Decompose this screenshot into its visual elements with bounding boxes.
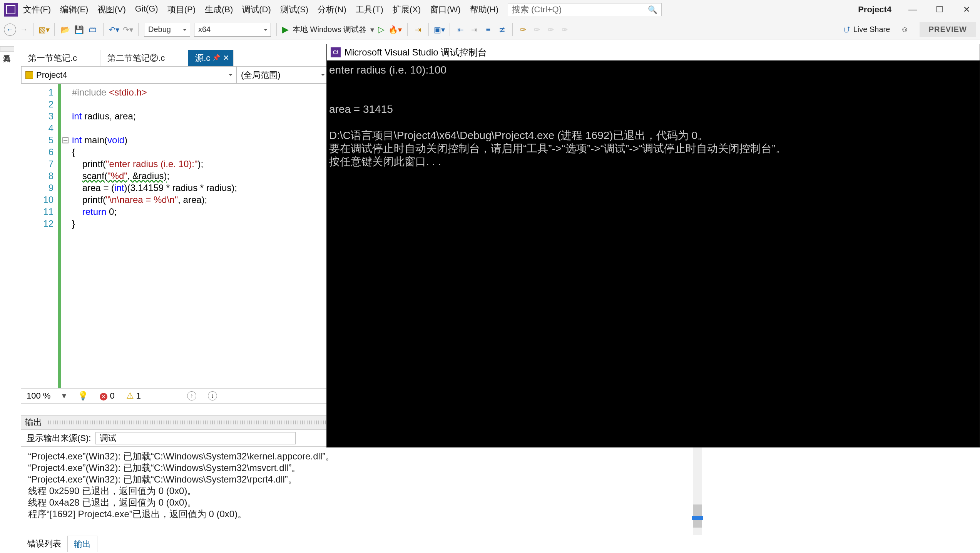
nav-back-button[interactable]: ← [4, 23, 16, 36]
zoom-level[interactable]: 100 % [27, 391, 50, 401]
change-bar [58, 84, 61, 388]
menu-analyze[interactable]: 分析(N) [318, 4, 346, 15]
line-gutter: 123456789101112 [21, 84, 58, 388]
new-item-icon[interactable]: ▧▾ [39, 25, 49, 35]
search-icon: 🔍 [648, 5, 657, 14]
minimize-button[interactable]: — [907, 5, 918, 15]
uncomment-icon[interactable]: ≢ [497, 25, 507, 35]
debugger-label[interactable]: 本地 Windows 调试器 [293, 24, 366, 35]
platform-combo[interactable]: x64 [194, 23, 271, 37]
console-icon: C\ [331, 47, 341, 57]
project-name: Project4 [858, 5, 891, 15]
bookmark-icon[interactable]: ✑ [518, 25, 528, 35]
bookmark2-icon[interactable]: ✑ [532, 25, 542, 35]
search-box[interactable]: 搜索 (Ctrl+Q) 🔍 [508, 3, 662, 16]
search-placeholder: 搜索 (Ctrl+Q) [512, 4, 562, 15]
prev-issue-icon[interactable]: ↑ [187, 391, 196, 401]
menu-tools[interactable]: 工具(T) [356, 4, 383, 15]
menu-test[interactable]: 测试(S) [280, 4, 308, 15]
save-all-icon[interactable]: 🗃 [88, 25, 98, 35]
tab-note2[interactable]: 第二节笔记②.c [100, 50, 188, 66]
menu-build[interactable]: 生成(B) [205, 4, 233, 15]
scroll-marker [692, 516, 703, 520]
main-toolbar: ← → ▧▾ 📂 💾 🗃 ↶▾ ↷▾ Debug x64 ▶ 本地 Window… [0, 19, 980, 40]
start-debug-icon[interactable]: ▶ [282, 25, 289, 35]
outdent-icon[interactable]: ⇥ [469, 25, 479, 35]
code-text[interactable]: #include <stdio.h> int radius, area; int… [70, 84, 237, 388]
output-source-label: 显示输出来源(S): [27, 432, 91, 444]
tab-source[interactable]: 源.c 📌 ✕ [188, 50, 234, 66]
pin-icon[interactable]: 📌 [212, 54, 220, 61]
bookmark4-icon[interactable]: ✑ [560, 25, 570, 35]
layout-icon[interactable]: ▣▾ [434, 25, 444, 35]
menu-project[interactable]: 项目(P) [167, 4, 196, 15]
bookmark3-icon[interactable]: ✑ [546, 25, 556, 35]
menu-extensions[interactable]: 扩展(X) [393, 4, 421, 15]
toolbox-tab[interactable]: 工具箱 [0, 46, 14, 52]
close-tab-icon[interactable]: ✕ [223, 53, 229, 62]
fold-column[interactable]: ⊟ [61, 84, 70, 388]
console-title: Microsoft Visual Studio 调试控制台 [345, 46, 487, 59]
open-icon[interactable]: 📂 [60, 25, 70, 35]
right-empty-area [703, 447, 980, 553]
menu-edit[interactable]: 编辑(E) [60, 4, 88, 15]
console-body[interactable]: enter radius (i.e. 10):100 area = 31415 … [327, 60, 980, 171]
vs-logo-icon [4, 3, 18, 17]
scope-combo[interactable]: Project4 [21, 66, 237, 84]
undo-icon[interactable]: ↶▾ [109, 25, 119, 35]
save-icon[interactable]: 💾 [74, 25, 84, 35]
step-icon[interactable]: ⇥ [413, 25, 423, 35]
tab-note1[interactable]: 第一节笔记.c [21, 50, 100, 66]
output-text[interactable]: “Project4.exe”(Win32): 已加载“C:\Windows\Sy… [21, 447, 703, 535]
feedback-icon[interactable]: ☺ [901, 25, 908, 34]
maximize-button[interactable]: ☐ [934, 5, 945, 15]
menu-view[interactable]: 视图(V) [97, 4, 125, 15]
main-menu: 文件(F) 编辑(E) 视图(V) Git(G) 项目(P) 生成(B) 调试(… [23, 4, 498, 15]
live-share-icon[interactable]: ⮍ [843, 25, 850, 34]
member-combo[interactable]: (全局范围) [237, 66, 329, 84]
output-title: 输出 [25, 417, 42, 428]
next-issue-icon[interactable]: ↓ [208, 391, 217, 401]
output-source-combo[interactable]: 调试 [95, 432, 296, 444]
close-button[interactable]: ✕ [961, 5, 972, 15]
menu-debug[interactable]: 调试(D) [242, 4, 271, 15]
live-share-label[interactable]: Live Share [853, 25, 890, 34]
nav-forward-button[interactable]: → [20, 25, 28, 34]
redo-icon[interactable]: ↷▾ [123, 25, 133, 35]
preview-badge: PREVIEW [920, 22, 976, 37]
menu-help[interactable]: 帮助(H) [470, 4, 499, 15]
title-bar: 文件(F) 编辑(E) 视图(V) Git(G) 项目(P) 生成(B) 调试(… [0, 0, 980, 19]
menu-git[interactable]: Git(G) [135, 4, 158, 15]
menu-window[interactable]: 窗口(W) [430, 4, 460, 15]
hot-reload-icon[interactable]: 🔥▾ [388, 25, 402, 34]
config-combo[interactable]: Debug [144, 23, 190, 37]
console-titlebar[interactable]: C\ Microsoft Visual Studio 调试控制台 [327, 44, 980, 60]
debug-console-window: C\ Microsoft Visual Studio 调试控制台 enter r… [326, 44, 980, 447]
tab-output[interactable]: 输出 [67, 536, 97, 552]
tab-error-list[interactable]: 错误列表 [21, 536, 67, 552]
indent-icon[interactable]: ⇤ [455, 25, 465, 35]
error-count[interactable]: ✕0 [100, 391, 114, 401]
lightbulb-icon[interactable]: 💡 [78, 391, 88, 401]
warning-count[interactable]: ⚠1 [126, 391, 141, 401]
menu-file[interactable]: 文件(F) [23, 4, 51, 15]
start-without-debug-icon[interactable]: ▷ [378, 25, 385, 35]
bottom-tabs: 错误列表 输出 [21, 536, 97, 552]
comment-icon[interactable]: ≡ [483, 25, 493, 35]
